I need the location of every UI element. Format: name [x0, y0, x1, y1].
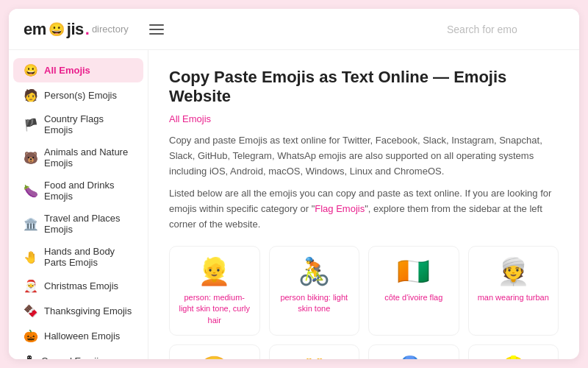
sidebar-label-travel: Travel and Places Emojis: [44, 213, 133, 235]
breadcrumb-link[interactable]: All Emojis: [169, 113, 211, 124]
emoji-name-2: côte d'ivoire flag: [384, 292, 442, 303]
sidebar-emoji-food: 🍆: [24, 184, 38, 198]
sidebar-label-cursed: Cursed Emojis: [41, 355, 104, 360]
hamburger-line-2: [149, 29, 164, 30]
emoji-card-2[interactable]: 🇨🇮 côte d'ivoire flag: [368, 246, 459, 336]
sidebar-item-christmas[interactable]: 🎅 Christmas Emojis: [13, 274, 143, 298]
sidebar-label-animals: Animals and Nature Emojis: [44, 146, 133, 169]
emoji-card-7[interactable]: 👷 office worker: light skin tone: [468, 344, 559, 359]
emoji-card-3[interactable]: 👳 man wearing turban: [468, 246, 559, 336]
sidebar-emoji-persons: 🧑: [24, 88, 38, 102]
sidebar-item-thanksgiving[interactable]: 🍫 Thanksgiving Emojis: [13, 299, 143, 323]
sidebar-emoji-country-flags: 🏴: [24, 118, 38, 132]
app-wrapper: em 😀 jis . directory 😀 All Emojis 🧑 Pers…: [9, 9, 579, 359]
emoji-display-7: 👷: [497, 357, 530, 359]
logo-directory: directory: [92, 24, 129, 35]
sidebar-item-halloween[interactable]: 🎃 Halloween Emojis: [13, 324, 143, 348]
logo[interactable]: em 😀 jis . directory: [24, 20, 129, 39]
emoji-name-0: person: medium-light skin tone, curly ha…: [177, 292, 252, 326]
hamburger-menu-button[interactable]: [146, 21, 167, 38]
header: em 😀 jis . directory: [9, 9, 579, 50]
sidebar-emoji-halloween: 🎃: [24, 329, 38, 343]
hamburger-line-3: [149, 33, 164, 35]
sidebar-item-persons[interactable]: 🧑 Person(s) Emojis: [13, 83, 143, 107]
sidebar-emoji-thanksgiving: 🍫: [24, 304, 38, 318]
sidebar-emoji-travel: 🏛️: [24, 217, 38, 231]
sidebar-label-hands: Hands and Body Parts Emojis: [44, 246, 133, 268]
emoji-display-5: 🤲: [298, 357, 331, 359]
sidebar-label-christmas: Christmas Emojis: [44, 280, 118, 291]
sidebar-label-food: Food and Drinks Emojis: [44, 180, 133, 202]
sidebar-item-hands[interactable]: 🤚 Hands and Body Parts Emojis: [13, 241, 143, 273]
emoji-card-6[interactable]: 👨‍🔧 mechanic: light skin tone: [368, 344, 459, 359]
sidebar: 😀 All Emojis 🧑 Person(s) Emojis 🏴 Countr…: [9, 50, 148, 359]
sidebar-label-thanksgiving: Thanksgiving Emojis: [44, 305, 132, 316]
page-title: Copy Paste Emojis as Text Online — Emoji…: [169, 68, 559, 106]
emoji-display-4: 😔: [198, 357, 231, 359]
emoji-display-6: 👨‍🔧: [397, 357, 430, 359]
emoji-name-1: person biking: light skin tone: [277, 292, 352, 315]
hamburger-line-1: [149, 24, 164, 26]
sidebar-label-halloween: Halloween Emojis: [44, 330, 120, 342]
sidebar-item-all-emojis[interactable]: 😀 All Emojis: [13, 58, 143, 82]
emoji-card-4[interactable]: 😔 pensive face: [169, 344, 260, 359]
logo-dot: .: [85, 20, 90, 39]
logo-text-jis: jis: [67, 20, 84, 39]
logo-emoji: 😀: [49, 21, 65, 38]
body-layout: 😀 All Emojis 🧑 Person(s) Emojis 🏴 Countr…: [9, 50, 579, 359]
search-input[interactable]: [447, 24, 564, 35]
sidebar-emoji-cursed: 🕱️: [24, 354, 35, 359]
search-area: [447, 24, 564, 35]
sidebar-emoji-animals: 🐻: [24, 151, 38, 165]
sidebar-item-animals[interactable]: 🐻 Animals and Nature Emojis: [13, 141, 143, 174]
emoji-grid: 👱 person: medium-light skin tone, curly …: [169, 246, 559, 359]
sidebar-item-cursed[interactable]: 🕱️ Cursed Emojis: [13, 349, 143, 359]
sidebar-emoji-all-emojis: 😀: [24, 63, 38, 77]
sidebar-item-country-flags[interactable]: 🏴 Country Flags Emojis: [13, 108, 143, 141]
sidebar-item-travel[interactable]: 🏛️ Travel and Places Emojis: [13, 208, 143, 240]
sidebar-emoji-christmas: 🎅: [24, 279, 38, 293]
sidebar-label-country-flags: Country Flags Emojis: [44, 113, 133, 135]
emoji-display-0: 👱: [198, 258, 231, 285]
description-2: Listed below are all the emojis you can …: [169, 186, 559, 232]
emoji-card-5[interactable]: 🤲 palms up together: medium-light skin t…: [269, 344, 360, 359]
emoji-display-3: 👳: [497, 258, 530, 285]
emoji-card-0[interactable]: 👱 person: medium-light skin tone, curly …: [169, 246, 260, 336]
sidebar-item-food[interactable]: 🍆 Food and Drinks Emojis: [13, 174, 143, 207]
emoji-display-2: 🇨🇮: [397, 258, 430, 285]
sidebar-label-all-emojis: All Emojis: [44, 65, 90, 76]
main-content: Copy Paste Emojis as Text Online — Emoji…: [148, 50, 579, 359]
emoji-card-1[interactable]: 🚴 person biking: light skin tone: [269, 246, 360, 336]
logo-text-em: em: [24, 20, 46, 39]
emoji-name-3: man wearing turban: [478, 292, 549, 303]
sidebar-emoji-hands: 🤚: [24, 250, 38, 264]
emoji-display-1: 🚴: [298, 258, 331, 285]
flag-link[interactable]: Flag Emojis: [315, 203, 365, 214]
sidebar-label-persons: Person(s) Emojis: [44, 90, 117, 101]
description-1: Copy and paste Emojis as text online for…: [169, 133, 559, 179]
